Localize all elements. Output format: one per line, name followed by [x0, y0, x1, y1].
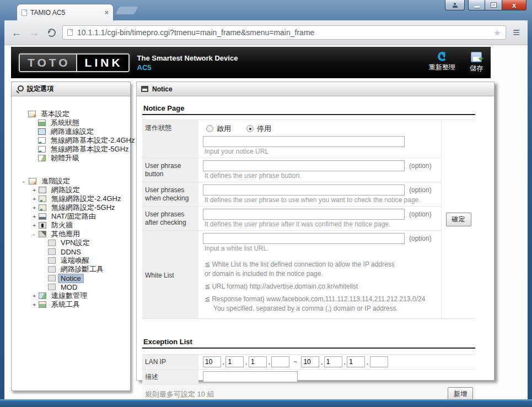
tab-close-icon[interactable]: ×: [104, 8, 109, 17]
network-icon: [39, 187, 46, 193]
tree-item-nat-routing[interactable]: +NAT/固定路由: [19, 212, 129, 221]
phrase-checking-caption: It defines the user phrase to use when y…: [205, 196, 438, 204]
disable-radio[interactable]: 停用: [246, 124, 271, 134]
notice-page-icon: [141, 86, 148, 92]
tree-item-wireless-5[interactable]: +無線網路設定-5GHz: [19, 203, 129, 212]
save-icon: [471, 52, 482, 62]
confirm-button[interactable]: 確定: [446, 213, 471, 226]
expand-expander[interactable]: +: [33, 204, 39, 211]
url-bar[interactable]: 10.1.1.1/cgi-bin/timepro.cgi?tmenu=main_…: [62, 25, 506, 40]
expand-expander[interactable]: +: [33, 187, 39, 193]
page-icon: [48, 240, 56, 246]
lock-icon: [39, 222, 46, 229]
phrase-after-caption: It defines the user phrase after it was …: [205, 220, 438, 228]
tree-item-network-settings[interactable]: +網路設定: [19, 186, 129, 194]
tree-item-wireless-basic-24[interactable]: 無線網路基本設定-2.4GHz: [19, 136, 129, 145]
radio-on-icon[interactable]: [246, 125, 254, 132]
new-tab-button[interactable]: [115, 7, 138, 14]
url-text[interactable]: 10.1.1.1/cgi-bin/timepro.cgi?tmenu=main_…: [77, 28, 489, 37]
option-tag: (option): [409, 235, 432, 242]
phrase-checking-label: User phrases when checking: [142, 182, 198, 206]
whitelist-input[interactable]: [203, 233, 405, 244]
lan-ip-from-octet-1[interactable]: [203, 356, 221, 367]
tree-item-mod[interactable]: MOD: [19, 283, 129, 291]
tree-item-other-apps[interactable]: -其他應用: [19, 230, 129, 238]
phrase-after-label: User phrases after checking: [142, 207, 198, 230]
radio-off-icon[interactable]: [206, 125, 213, 132]
exception-form: LAN IP ~ 描述 規則最多可設定 1: [142, 354, 475, 399]
tree-item-network-connection[interactable]: 網路連線設定: [19, 127, 129, 136]
wireless-folder-icon: [39, 196, 46, 202]
expand-expander[interactable]: +: [33, 196, 39, 202]
tree-item-network-diagnostics[interactable]: 網路診斷工具: [19, 265, 129, 274]
expand-expander[interactable]: +: [33, 222, 39, 229]
tree-item-system-tools[interactable]: +系統工具: [19, 300, 129, 309]
tree-item-wireless-24[interactable]: +無線網路設定-2.4GHz: [19, 194, 129, 203]
notice-url-input[interactable]: [203, 136, 405, 147]
lan-ip-to-octet-4[interactable]: [370, 356, 388, 367]
tree-item-advanced-settings[interactable]: -進階設定: [19, 177, 129, 186]
wireless-icon: [38, 137, 46, 144]
tree-item-basic-settings[interactable]: 基本設定: [19, 110, 129, 118]
phrase-button-caption: It defines the user phrase button.: [205, 172, 438, 180]
phrase-after-input[interactable]: [203, 209, 405, 220]
lan-ip-from-octet-2[interactable]: [225, 356, 244, 367]
tree-item-wake-on-lan[interactable]: 遠端喚醒: [19, 256, 129, 265]
tree-item-connection-management[interactable]: +連線數管理: [19, 291, 129, 300]
totolink-logo: TOTO LINK: [19, 53, 130, 72]
whitelist-label: White List: [142, 231, 198, 318]
browser-window: TAMIO AC5 × x ← →: [0, 0, 532, 407]
tree-item-system-status[interactable]: 系統狀態: [19, 118, 129, 127]
sidebar-title-bar: 設定選項: [12, 82, 130, 96]
option-tag: (option): [409, 210, 432, 218]
profile-button[interactable]: [445, 0, 465, 10]
tree-item-notice[interactable]: Notice: [19, 274, 129, 283]
expand-expander[interactable]: +: [33, 301, 39, 308]
lan-ip-from-octet-3[interactable]: [249, 356, 267, 367]
tree-item-firmware-upgrade[interactable]: 韌體升級: [19, 154, 129, 162]
bookmark-star-icon[interactable]: ★: [493, 28, 501, 38]
phrase-button-input[interactable]: [203, 160, 405, 171]
reload-button[interactable]: [47, 29, 56, 37]
content-title: Notice: [152, 85, 173, 93]
forward-button[interactable]: →: [28, 28, 41, 38]
lan-ip-from-octet-4[interactable]: [271, 356, 289, 367]
add-button[interactable]: 新增: [448, 387, 473, 399]
apps-folder-icon: [39, 231, 46, 237]
browser-tab[interactable]: TAMIO AC5 ×: [17, 4, 114, 20]
close-button[interactable]: x: [502, 0, 526, 10]
lan-ip-label: LAN IP: [142, 355, 198, 369]
browser-menu-icon[interactable]: ≡: [510, 26, 522, 39]
maximize-button[interactable]: [485, 0, 502, 10]
collapse-expander[interactable]: -: [23, 178, 29, 184]
enable-radio[interactable]: 啟用: [206, 124, 231, 134]
lan-ip-to-octet-3[interactable]: [347, 356, 365, 367]
save-action[interactable]: 儲存: [470, 52, 483, 73]
phrase-checking-input[interactable]: [203, 184, 405, 196]
notice-page-heading: Notice Page: [142, 102, 475, 115]
upload-icon: [38, 155, 46, 161]
page-area: TOTO LINK The Smartest Network Device AC…: [4, 45, 528, 399]
tree-item-vpn[interactable]: VPN設定: [19, 238, 129, 247]
refresh-action[interactable]: 重新整理: [429, 52, 455, 73]
model-name: AC5: [137, 63, 238, 72]
expand-expander[interactable]: +: [33, 213, 39, 220]
description-input[interactable]: [203, 371, 298, 382]
window-titlebar: TAMIO AC5 × x: [0, 0, 532, 20]
tree-item-firewall[interactable]: +防火牆: [19, 221, 129, 230]
tree-item-wireless-basic-5[interactable]: 無線網路基本設定-5GHz: [19, 145, 129, 154]
lan-ip-to-octet-2[interactable]: [324, 356, 342, 367]
minimize-button[interactable]: [468, 0, 485, 10]
collapse-expander[interactable]: -: [33, 231, 39, 237]
expand-expander[interactable]: +: [33, 292, 39, 299]
description-row: 描述: [142, 370, 475, 384]
tree-item-ddns[interactable]: DDNS: [19, 247, 129, 256]
phrase-button-label: User phrase button: [142, 158, 198, 182]
tab-favicon-icon: [22, 9, 27, 16]
description-label: 描述: [142, 370, 198, 384]
back-button[interactable]: ←: [10, 28, 23, 38]
lan-ip-to-octet-1[interactable]: [301, 356, 319, 367]
rule-limit-note: 規則最多可設定 10 組: [145, 389, 214, 399]
wireless-folder-icon: [39, 204, 46, 211]
minimize-icon: [474, 6, 480, 8]
